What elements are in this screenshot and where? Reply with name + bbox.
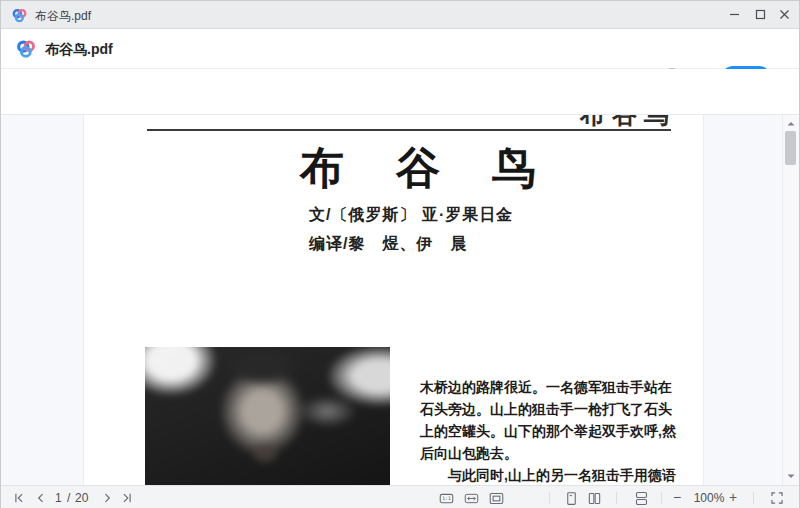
document-viewport[interactable]: 布谷鸟 布谷鸟 文/〔俄罗斯〕 亚·罗果日金 编译/黎 煜、伊 晨 木桥边的路牌… bbox=[1, 115, 799, 485]
status-fit-width-icon[interactable] bbox=[463, 490, 479, 506]
zoom-in-button[interactable]: + bbox=[729, 489, 737, 505]
pdf-reader-window: 布谷鸟.pdf 布谷鸟.pdf bbox=[0, 0, 800, 508]
text-line: 后向山包跑去。 bbox=[420, 442, 676, 464]
status-total-pages: 20 bbox=[75, 491, 88, 505]
status-previous-page-icon[interactable] bbox=[33, 490, 49, 506]
statusbar-separator bbox=[616, 492, 617, 504]
status-page-separator: / bbox=[67, 491, 70, 505]
byline-author: 文/〔俄罗斯〕 亚·罗果日金 bbox=[309, 205, 513, 226]
text-line: 石头旁边。山上的狙击手一枪打飞了石头 bbox=[420, 398, 676, 420]
status-next-page-icon[interactable] bbox=[99, 490, 115, 506]
scroll-up-icon[interactable] bbox=[786, 119, 796, 129]
text-line: 木桥边的路牌很近。一名德军狙击手站在 bbox=[420, 376, 676, 398]
statusbar-separator bbox=[661, 492, 662, 504]
statusbar-separator bbox=[753, 492, 754, 504]
photo-image bbox=[145, 347, 390, 485]
status-fit-page-icon[interactable] bbox=[488, 490, 504, 506]
text-line: 上的空罐头。山下的那个举起双手欢呼,然 bbox=[420, 420, 676, 442]
app-header: 布谷鸟.pdf 分享 bbox=[1, 29, 799, 69]
maximize-button[interactable] bbox=[747, 1, 773, 28]
svg-text:1:1: 1:1 bbox=[442, 496, 451, 501]
window-titlebar: 布谷鸟.pdf bbox=[1, 1, 799, 29]
status-bar: 1 / 20 1:1 bbox=[1, 485, 799, 508]
window-title: 布谷鸟.pdf bbox=[35, 8, 91, 25]
status-double-page-icon[interactable] bbox=[586, 490, 602, 506]
status-actual-size-icon[interactable]: 1:1 bbox=[438, 490, 454, 506]
first-page-icon[interactable] bbox=[11, 490, 27, 506]
last-page-icon[interactable] bbox=[119, 490, 135, 506]
document-filename: 布谷鸟.pdf bbox=[45, 41, 113, 59]
status-current-page[interactable]: 1 bbox=[55, 491, 62, 505]
scroll-down-icon[interactable] bbox=[786, 471, 796, 481]
status-continuous-scroll-icon[interactable] bbox=[633, 490, 649, 506]
main-toolbar: 目录 打印 上一页 1 / 20 bbox=[1, 69, 799, 115]
article-text: 木桥边的路牌很近。一名德军狙击手站在 石头旁边。山上的狙击手一枪打飞了石头 上的… bbox=[420, 376, 676, 485]
pdf-page: 布谷鸟 布谷鸟 文/〔俄罗斯〕 亚·罗果日金 编译/黎 煜、伊 晨 木桥边的路牌… bbox=[83, 115, 704, 485]
zoom-out-button[interactable]: − bbox=[673, 489, 681, 505]
byline-translator: 编译/黎 煜、伊 晨 bbox=[309, 234, 467, 255]
text-line: 与此同时,山上的另一名狙击手用德语 bbox=[420, 464, 676, 485]
close-button[interactable] bbox=[771, 1, 797, 28]
fullscreen-icon[interactable] bbox=[769, 490, 785, 506]
minimize-button[interactable] bbox=[721, 1, 747, 28]
header-rule bbox=[147, 129, 671, 131]
article-photo bbox=[145, 347, 390, 485]
statusbar-separator bbox=[549, 492, 550, 504]
app-logo-icon bbox=[11, 7, 28, 24]
zoom-level-value: 100% bbox=[689, 491, 729, 505]
app-logo-icon bbox=[15, 38, 37, 60]
status-single-page-icon[interactable] bbox=[563, 490, 579, 506]
article-title: 布谷鸟 bbox=[300, 139, 588, 198]
vertical-scrollbar[interactable] bbox=[782, 115, 798, 485]
scrollbar-thumb[interactable] bbox=[785, 131, 796, 165]
